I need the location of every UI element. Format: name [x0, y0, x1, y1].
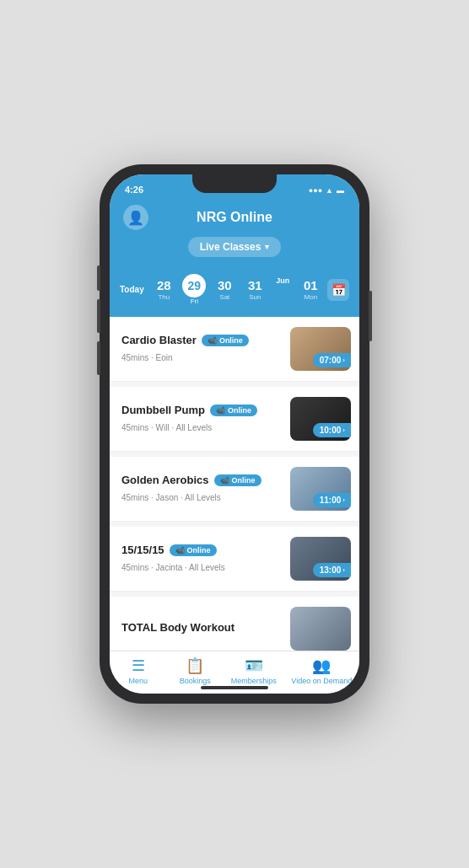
class-name: 15/15/15 [121, 544, 164, 556]
app-title: NRG Online [197, 210, 272, 225]
date-29: 29 [182, 274, 206, 297]
class-info: TOTAL Body Workout [121, 621, 290, 636]
date-item-mon[interactable]: 01 Mon [298, 278, 323, 301]
chevron-right-icon: › [342, 356, 345, 364]
day-thu: Thu [158, 293, 170, 301]
bookings-icon: 📋 [186, 656, 204, 675]
class-name: Golden Aerobics [121, 474, 209, 486]
class-info: Cardio Blaster 📹 Online 45mins · Eoin [121, 334, 290, 364]
home-indicator[interactable] [201, 686, 268, 689]
list-item[interactable]: TOTAL Body Workout [110, 597, 359, 651]
date-item-sun[interactable]: 31 Sun [242, 278, 267, 301]
list-item[interactable]: Cardio Blaster 📹 Online 45mins · Eoin 07… [110, 317, 359, 382]
class-name-row: TOTAL Body Workout [121, 621, 290, 634]
class-meta: 45mins · Jacinta · All Levels [121, 563, 225, 572]
header-row: 👤 NRG Online [123, 205, 346, 230]
chevron-right-icon: › [342, 566, 345, 574]
nav-label-vod: Video on Demand [291, 677, 352, 685]
app-header: 👤 NRG Online Live Classes ▾ [110, 198, 359, 267]
chevron-right-icon: › [342, 426, 345, 434]
nav-item-bookings[interactable]: 📋 Bookings [174, 656, 216, 685]
nav-item-memberships[interactable]: 🪪 Memberships [231, 656, 277, 685]
thumb-bg: 10:00 › [290, 397, 351, 441]
camera-icon: 📹 [216, 406, 225, 415]
volume-up-button[interactable] [97, 299, 100, 333]
date-28: 28 [157, 278, 171, 293]
online-badge: 📹 Online [170, 544, 217, 556]
date-item-fri[interactable]: 29 Fri [181, 274, 207, 305]
jun-label: Jun [276, 274, 289, 285]
class-list: Cardio Blaster 📹 Online 45mins · Eoin 07… [110, 317, 359, 651]
time-value: 07:00 [320, 356, 342, 365]
today-label: Today [120, 285, 144, 294]
class-name: Dumbbell Pump [121, 404, 205, 416]
badge-label: Online [228, 406, 251, 415]
online-badge: 📹 Online [202, 335, 249, 346]
class-thumbnail: 07:00 › [290, 327, 351, 371]
online-badge: 📹 Online [214, 474, 261, 486]
time-badge: 11:00 › [313, 493, 351, 507]
nav-item-vod[interactable]: 👥 Video on Demand [291, 656, 352, 685]
badge-label: Online [219, 336, 243, 345]
calendar-section: Today 28 Thu 29 Fri 30 Sat 31 [110, 267, 359, 317]
phone-frame: 4:26 ●●● ▲ ▬ 👤 NRG Online Live Classes ▾ [100, 164, 369, 704]
list-item[interactable]: Golden Aerobics 📹 Online 45mins · Jason … [110, 457, 359, 522]
class-thumbnail [290, 607, 351, 651]
class-name-row: Golden Aerobics 📹 Online [121, 474, 290, 486]
power-button[interactable] [369, 291, 372, 341]
list-item[interactable]: Dumbbell Pump 📹 Online 45mins · Will · A… [110, 387, 359, 452]
date-30: 30 [218, 278, 232, 293]
badge-label: Online [232, 476, 256, 485]
signal-icon: ●●● [309, 186, 322, 195]
phone-screen: 4:26 ●●● ▲ ▬ 👤 NRG Online Live Classes ▾ [110, 174, 359, 694]
class-name: Cardio Blaster [121, 334, 197, 346]
thumb-bg: 07:00 › [290, 327, 351, 371]
class-thumbnail: 13:00 › [290, 537, 351, 581]
camera-icon: 📹 [208, 336, 217, 345]
camera-icon: 📹 [175, 546, 185, 555]
class-info: Dumbbell Pump 📹 Online 45mins · Will · A… [121, 404, 290, 434]
nav-label-bookings: Bookings [180, 677, 211, 685]
live-classes-label: Live Classes [200, 241, 261, 253]
class-thumbnail: 11:00 › [290, 467, 351, 511]
day-mon: Mon [305, 293, 318, 301]
chevron-down-icon: ▾ [265, 243, 269, 251]
volume-mute-button[interactable] [97, 265, 100, 291]
class-name: TOTAL Body Workout [121, 621, 234, 634]
status-icons: ●●● ▲ ▬ [309, 186, 344, 195]
thumb-bg: 11:00 › [290, 467, 351, 511]
calendar-icon: 📅 [332, 283, 346, 297]
time-badge: 07:00 › [313, 353, 351, 367]
class-info: Golden Aerobics 📹 Online 45mins · Jason … [121, 474, 290, 504]
camera-icon: 📹 [220, 476, 229, 485]
date-item-thu[interactable]: 28 Thu [151, 278, 176, 301]
thumb-bg [290, 607, 351, 651]
date-31: 31 [248, 278, 262, 293]
nav-item-menu[interactable]: ☰ Menu [117, 656, 159, 685]
wifi-icon: ▲ [326, 186, 333, 195]
volume-down-button[interactable] [97, 341, 100, 375]
day-sat: Sat [219, 293, 229, 301]
class-meta: 45mins · Will · All Levels [121, 423, 212, 432]
class-name-row: Dumbbell Pump 📹 Online [121, 404, 290, 416]
class-name-row: 15/15/15 📹 Online [121, 544, 290, 556]
time-value: 10:00 [320, 426, 342, 435]
avatar[interactable]: 👤 [123, 205, 148, 230]
nav-label-memberships: Memberships [231, 677, 277, 685]
calendar-picker-button[interactable]: 📅 [327, 279, 349, 301]
user-icon: 👤 [127, 210, 144, 226]
online-badge: 📹 Online [210, 405, 257, 416]
date-item-sat[interactable]: 30 Sat [212, 278, 237, 301]
status-time: 4:26 [125, 185, 143, 195]
class-meta: 45mins · Jason · All Levels [121, 493, 221, 502]
time-badge: 13:00 › [313, 563, 351, 577]
list-item[interactable]: 15/15/15 📹 Online 45mins · Jacinta · All… [110, 527, 359, 592]
battery-icon: ▬ [337, 186, 344, 195]
class-name-row: Cardio Blaster 📹 Online [121, 334, 290, 346]
vod-icon: 👥 [312, 656, 331, 675]
notch [192, 174, 277, 193]
badge-label: Online [187, 546, 211, 555]
live-classes-button[interactable]: Live Classes ▾ [188, 237, 282, 257]
calendar-row: Today 28 Thu 29 Fri 30 Sat 31 [120, 274, 349, 305]
day-sun: Sun [249, 293, 261, 301]
